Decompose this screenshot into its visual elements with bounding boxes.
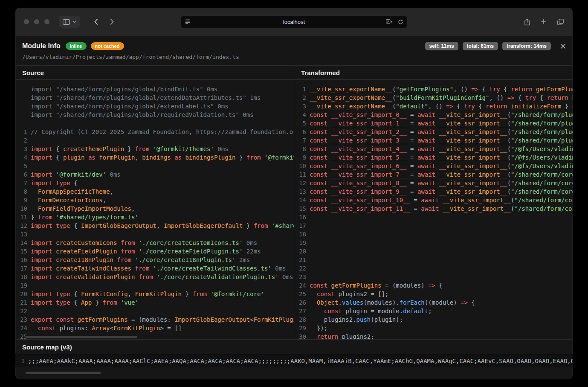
reload-icon	[398, 19, 403, 25]
tab-overview-button[interactable]	[554, 16, 567, 28]
translate-icon: A	[386, 19, 393, 25]
new-tab-button[interactable]	[537, 16, 550, 28]
code-line: import "/shared/form/plugins/global/requ…	[15, 111, 294, 119]
code-line: 29 });	[294, 324, 573, 332]
titlebar-right-buttons	[521, 16, 567, 28]
code-line: 6import '@formkit/dev' 0ms	[15, 170, 294, 179]
share-icon	[524, 18, 530, 26]
url-bar[interactable]: localhost A	[181, 16, 407, 28]
module-info-header: Module Info inline not cached self: 11ms…	[15, 36, 573, 54]
forward-button[interactable]	[106, 16, 119, 28]
code-line: 7const __vite_ssr_import_3__ = await __v…	[294, 136, 573, 145]
timing-badge-self: self: 11ms	[425, 42, 458, 50]
sidebar-toggle-button[interactable]	[59, 16, 80, 28]
code-panels: Source import "/shared/form/plugins/glob…	[15, 65, 573, 339]
code-line: 9 FormDecoratorIcons,	[15, 196, 294, 204]
code-line: 20	[294, 247, 573, 256]
source-panel: Source import "/shared/form/plugins/glob…	[15, 66, 294, 339]
code-line: 11const __vite_ssr_import_7__ = await __…	[294, 170, 573, 179]
code-line: 3import { createThemePlugin } from '@for…	[15, 145, 294, 153]
source-map-line-number: 1	[15, 357, 25, 365]
status-badge-not-cached: not cached	[91, 42, 124, 50]
reload-button[interactable]	[398, 19, 403, 25]
page-title: Module Info	[22, 42, 61, 50]
translate-button[interactable]: A	[386, 19, 393, 25]
plus-icon	[541, 19, 547, 25]
browser-window: localhost A Module Info in	[15, 8, 573, 379]
code-line: 21	[294, 256, 573, 264]
svg-text:A: A	[387, 20, 389, 23]
code-line: 24 const plugins: Array<FormKitPlugin> =…	[15, 324, 294, 332]
close-icon	[560, 44, 566, 49]
code-line: 16	[294, 213, 573, 221]
traffic-light-close[interactable]	[24, 19, 29, 24]
code-line: 23export const getFormPlugins = (modules…	[15, 315, 294, 324]
code-line: 3__vite_ssr_exportName__("default", () =…	[294, 102, 573, 111]
code-line: 5	[15, 162, 294, 170]
source-map-horizontal-scrollbar[interactable]	[26, 372, 101, 374]
traffic-light-zoom[interactable]	[44, 19, 49, 24]
code-line: import "/shared/form/plugins/global/exte…	[15, 93, 294, 102]
code-line: 13const __vite_ssr_import_9__ = await __…	[294, 187, 573, 196]
code-line: 2__vite_ssr_exportName__("buildFormKitPl…	[294, 93, 573, 102]
back-button[interactable]	[90, 16, 102, 28]
code-line: 11} from '#shared/types/form.ts'	[15, 213, 294, 221]
code-line: 2	[15, 136, 294, 145]
code-line: 14const __vite_ssr_import_10__ = await _…	[294, 196, 573, 204]
code-line: 18import createValidationPlugin from './…	[15, 273, 294, 281]
traffic-lights	[24, 19, 49, 24]
status-badge-inline: inline	[66, 42, 87, 50]
share-button[interactable]	[521, 16, 533, 28]
code-line: import "/shared/form/plugins/global/bind…	[15, 85, 294, 93]
code-line: 17import createTailwindClasses from './c…	[15, 264, 294, 273]
code-line: 15import createFieldPlugin from './core/…	[15, 247, 294, 256]
code-line: 25 const plugins2 = [];	[294, 290, 573, 298]
code-line: 14import createCustomIcons from './core/…	[15, 239, 294, 247]
close-button[interactable]	[560, 44, 566, 49]
traffic-light-minimize[interactable]	[34, 19, 39, 24]
source-map-line: 1 ;;;AAEA;AAAkC;AAAA;AAAA;AAAA;AAClC;AAE…	[15, 354, 573, 367]
timing-badge-transform: transform: 14ms	[502, 42, 551, 50]
transformed-code[interactable]: 1__vite_ssr_exportName__("getFormPlugins…	[294, 80, 573, 339]
code-line: 6const __vite_ssr_import_2__ = await __v…	[294, 128, 573, 136]
code-line: 26 Object.values(modules).forEach((modul…	[294, 298, 573, 307]
code-line: 18	[294, 230, 573, 239]
code-line: 10const __vite_ssr_import_6__ = await __…	[294, 162, 573, 170]
code-line: 9const __vite_ssr_import_5__ = await __v…	[294, 153, 573, 162]
code-line: 7import type {	[15, 179, 294, 187]
code-line: 5const __vite_ssr_import_1__ = await __v…	[294, 119, 573, 128]
code-line: 24const getFormPlugins = (modules) => {	[294, 281, 573, 290]
transformed-panel: Transformed 1__vite_ssr_exportName__("ge…	[294, 66, 573, 339]
code-line: 21import type { App } from 'vue'	[15, 298, 294, 307]
browser-titlebar: localhost A	[15, 8, 573, 36]
source-horizontal-scrollbar[interactable]	[26, 336, 137, 338]
code-line: 1__vite_ssr_exportName__("getFormPlugins…	[294, 85, 573, 93]
source-map-section: Source map (v3) 1 ;;;AAEA;AAAkC;AAAA;AAA…	[15, 339, 573, 374]
code-line	[15, 119, 294, 128]
code-line: 22	[15, 307, 294, 315]
code-line: 20import type { FormKitConfig, FormKitPl…	[15, 290, 294, 298]
code-line: 19	[15, 281, 294, 290]
code-line: 8 FormAppSpecificTheme,	[15, 187, 294, 196]
chevron-left-icon	[94, 18, 98, 25]
code-line: 12import type { ImportGlobEagerOutput, I…	[15, 221, 294, 230]
code-line: 22	[294, 264, 573, 273]
code-line: import "/shared/form/plugins/global/exte…	[15, 102, 294, 111]
code-line: 4import { plugin as formPlugin, bindings…	[15, 153, 294, 162]
code-line: 30 return plugins2;	[294, 332, 573, 339]
code-line: 13	[15, 230, 294, 239]
chevron-right-icon	[110, 18, 114, 25]
sidebar-icon	[63, 19, 70, 25]
url-text: localhost	[181, 16, 407, 28]
code-line: 17	[294, 221, 573, 230]
code-line: 12const __vite_ssr_import_8__ = await __…	[294, 179, 573, 187]
source-code[interactable]: import "/shared/form/plugins/global/bind…	[15, 80, 294, 339]
code-line: 1// Copyright (C) 2012-2025 Zammad Found…	[15, 128, 294, 136]
tab-overview-icon	[557, 19, 564, 25]
code-line: 15const __vite_ssr_import_11__ = await _…	[294, 204, 573, 213]
source-map-title: Source map (v3)	[15, 340, 573, 354]
code-line: 16import createI18nPlugin from './core/c…	[15, 256, 294, 264]
source-panel-title: Source	[15, 66, 294, 80]
source-map-mappings: ;;;AAEA;AAAkC;AAAA;AAAA;AAAA;AAClC;AAEA;…	[28, 357, 573, 365]
code-line: 19	[294, 239, 573, 247]
